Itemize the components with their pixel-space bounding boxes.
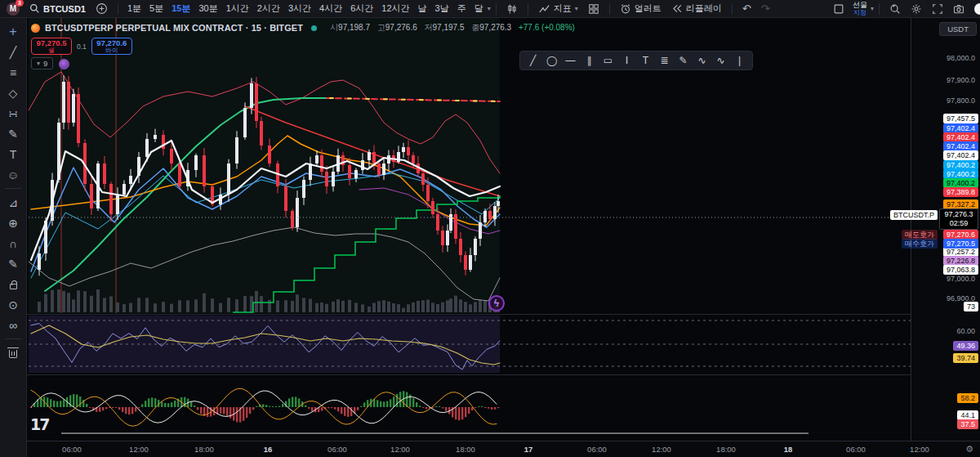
text-tool-icon[interactable]: T bbox=[2, 144, 24, 164]
interval-5분[interactable]: 5분 bbox=[145, 2, 167, 15]
candle-body bbox=[368, 152, 371, 160]
parallel-channel-icon[interactable]: ∥ bbox=[580, 52, 599, 69]
quick-search-button[interactable] bbox=[884, 0, 906, 17]
chevron-down-icon[interactable]: ▾ bbox=[871, 5, 874, 12]
layout-select-button[interactable] bbox=[828, 0, 849, 17]
currency-unit-button[interactable]: USDT bbox=[939, 22, 977, 36]
price-range-icon[interactable]: Ⅰ bbox=[617, 52, 636, 69]
replay-button[interactable]: 리플레이 bbox=[666, 0, 727, 17]
oscillator-histogram-bar bbox=[148, 398, 149, 407]
trash-icon[interactable] bbox=[2, 343, 24, 363]
oscillator-histogram-bar bbox=[102, 407, 104, 410]
volume-bar bbox=[302, 298, 305, 312]
volume-bar bbox=[38, 302, 41, 312]
chart-canvas[interactable] bbox=[27, 18, 911, 441]
trade-mode-button[interactable]: 선물 지정 bbox=[849, 2, 871, 16]
interval-30분[interactable]: 30분 bbox=[194, 2, 221, 15]
horizontal-ray-icon[interactable]: — bbox=[561, 52, 580, 69]
interval-3날[interactable]: 3날 bbox=[431, 2, 453, 15]
user-avatar[interactable]: M 3 bbox=[7, 2, 20, 16]
buy-button[interactable]: 97,270.6 바이 bbox=[91, 38, 132, 55]
chart-title[interactable]: BTCUSDTPERP PERPETUAL MIX CONTRACT · 15 … bbox=[45, 23, 303, 33]
interval-1분[interactable]: 1분 bbox=[123, 2, 145, 15]
price-tick: 98,000.0 bbox=[947, 54, 975, 62]
symbol-search-button[interactable]: BTCUSD1 bbox=[24, 0, 91, 17]
volume-bar bbox=[276, 300, 279, 312]
market-status-icon[interactable] bbox=[311, 25, 317, 31]
indicators-button[interactable]: 지표 ▾ bbox=[533, 0, 583, 17]
emoji-tool-icon[interactable]: ☺ bbox=[2, 164, 24, 185]
interval-switcher: 1분5분15분30분1시간2시간3시간4시간6시간12시간날3날주달 bbox=[123, 0, 488, 17]
interval-달[interactable]: 달 bbox=[470, 2, 488, 15]
brush-icon[interactable]: ✎ bbox=[674, 52, 693, 69]
edit-lock-icon[interactable]: ✎ bbox=[2, 253, 24, 274]
chart-style-button[interactable] bbox=[501, 0, 523, 17]
interval-4시간[interactable]: 4시간 bbox=[315, 2, 346, 15]
pane-separator[interactable] bbox=[27, 314, 980, 315]
settings-button[interactable] bbox=[906, 0, 927, 17]
interval-1시간[interactable]: 1시간 bbox=[222, 2, 253, 15]
interval-날[interactable]: 날 bbox=[414, 2, 431, 15]
interval-2시간[interactable]: 2시간 bbox=[253, 2, 284, 15]
price-label: 97,402.4 bbox=[943, 150, 978, 160]
snapshot-button[interactable] bbox=[948, 0, 969, 17]
crosshair-icon[interactable]: + bbox=[2, 21, 24, 42]
pane-separator[interactable] bbox=[27, 374, 980, 375]
time-axis[interactable]: ⚙ 06:0012:0018:001606:0012:0018:001706:0… bbox=[27, 441, 980, 457]
interval-12시간[interactable]: 12시간 bbox=[377, 2, 413, 15]
publish-button[interactable] bbox=[974, 3, 980, 15]
link-icon[interactable]: ∞ bbox=[2, 315, 24, 335]
current-price-value: 97,276.3 bbox=[942, 210, 976, 219]
time-tick: 12:00 bbox=[129, 445, 149, 454]
volume-bar bbox=[51, 290, 54, 312]
trend-line-icon[interactable]: ╱ bbox=[523, 52, 542, 69]
interval-주[interactable]: 주 bbox=[453, 2, 470, 15]
ruler-icon[interactable]: ⊿ bbox=[2, 192, 24, 213]
alert-button[interactable]: 얼러트 bbox=[615, 0, 666, 17]
price-axis[interactable]: USDT 98,000.097,900.097,800.097,000.096,… bbox=[911, 18, 980, 441]
abcd-pattern-icon[interactable]: ∿ bbox=[711, 52, 730, 69]
chart-legend: BTCUSDTPERP PERPETUAL MIX CONTRACT · 15 … bbox=[31, 22, 575, 34]
xabcd-pattern-icon[interactable]: ◇ bbox=[2, 83, 24, 103]
trend-line-icon[interactable]: ╱ bbox=[2, 42, 24, 62]
volume-bar bbox=[162, 302, 165, 312]
tradingview-logo[interactable]: 17 bbox=[30, 415, 48, 433]
xabcd-pattern-icon[interactable]: ∿ bbox=[693, 52, 711, 69]
zoom-in-icon[interactable]: ⊕ bbox=[2, 213, 24, 233]
ellipse-icon[interactable]: ◯ bbox=[542, 52, 561, 69]
undo-button[interactable]: ↶ bbox=[737, 0, 756, 17]
axis-settings-gear-icon[interactable]: ⚙ bbox=[965, 444, 973, 455]
chevron-down-icon[interactable]: ▾ bbox=[488, 5, 491, 12]
text-tool-icon[interactable]: T bbox=[636, 52, 655, 69]
open-label: 시 bbox=[330, 23, 338, 32]
oscillator-histogram-bar bbox=[197, 407, 198, 410]
volume-bar bbox=[260, 296, 263, 312]
redo-button[interactable]: ↷ bbox=[756, 0, 775, 17]
sell-button[interactable]: 97,270.5 셀 bbox=[31, 38, 72, 55]
vertical-line-icon[interactable]: | bbox=[730, 52, 749, 69]
fib-lines-icon[interactable]: ≡ bbox=[2, 62, 24, 83]
forecast-position-icon[interactable]: ∺ bbox=[2, 103, 24, 123]
rectangle-icon[interactable]: ▭ bbox=[599, 52, 617, 69]
magnet-icon[interactable]: ∩ bbox=[2, 233, 24, 253]
interval-15분[interactable]: 15분 bbox=[167, 2, 194, 15]
oscillator-histogram-bar bbox=[269, 406, 270, 407]
oscillator-histogram-bar bbox=[226, 407, 228, 416]
spread-value: 0.1 bbox=[77, 43, 87, 51]
fullscreen-button[interactable] bbox=[927, 0, 948, 17]
interval-3시간[interactable]: 3시간 bbox=[284, 2, 315, 15]
interval-6시간[interactable]: 6시간 bbox=[346, 2, 377, 15]
candle-countdown-box[interactable]: ▾ 9 bbox=[31, 57, 53, 69]
quick-trade-lightning-icon[interactable]: ϟ bbox=[488, 295, 505, 311]
volume-bar bbox=[377, 301, 381, 312]
compare-add-button[interactable] bbox=[91, 0, 113, 17]
indicator-value-label: 39.74 bbox=[953, 353, 978, 363]
chart-plot bbox=[27, 18, 911, 441]
brush-icon[interactable]: ✎ bbox=[2, 123, 24, 144]
hide-drawings-icon[interactable]: ⊙ bbox=[2, 294, 24, 315]
volume-bar bbox=[348, 300, 351, 312]
lock-icon[interactable] bbox=[2, 274, 24, 294]
fib-retracement-icon[interactable]: ≣ bbox=[655, 52, 674, 69]
templates-button[interactable] bbox=[583, 0, 604, 17]
oscillator-histogram-bar bbox=[396, 394, 398, 407]
